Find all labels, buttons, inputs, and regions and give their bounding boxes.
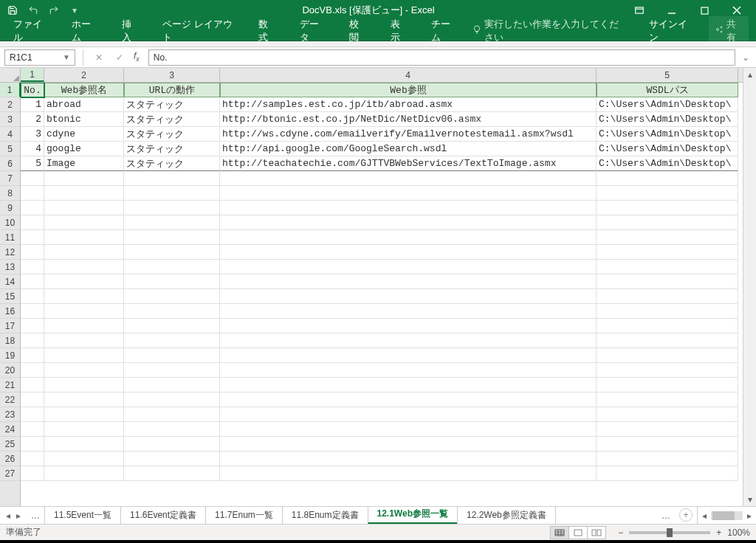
cell[interactable] xyxy=(44,304,124,319)
cell[interactable]: C:\Users\Admin\Desktop\ xyxy=(597,156,738,171)
cell[interactable] xyxy=(44,407,124,422)
cell[interactable] xyxy=(597,452,738,466)
chevron-down-icon[interactable]: ▼ xyxy=(63,53,70,61)
cell[interactable] xyxy=(21,437,44,452)
cell[interactable] xyxy=(21,245,44,260)
row-header[interactable]: 2 xyxy=(0,97,20,112)
cell[interactable] xyxy=(220,363,597,378)
cell[interactable] xyxy=(597,407,738,422)
cell[interactable] xyxy=(21,407,44,422)
cell[interactable] xyxy=(597,260,738,274)
new-sheet-icon[interactable]: + xyxy=(679,508,693,522)
enter-formula-icon[interactable]: ✓ xyxy=(111,49,128,66)
cell[interactable] xyxy=(44,245,124,260)
cell[interactable] xyxy=(44,171,124,186)
horizontal-scrollbar[interactable]: ◂ ▸ xyxy=(697,507,756,524)
row-header[interactable]: 15 xyxy=(0,289,20,304)
cell[interactable]: スタティック xyxy=(124,156,220,171)
cell[interactable] xyxy=(597,422,738,437)
cell[interactable]: http://ws.cdyne.com/emailverify/Emailver… xyxy=(220,127,597,142)
scroll-right-icon[interactable]: ▸ xyxy=(743,511,756,521)
cell[interactable] xyxy=(44,274,124,289)
row-header[interactable]: 18 xyxy=(0,333,20,348)
row-header[interactable]: 25 xyxy=(0,437,20,452)
row-header[interactable]: 9 xyxy=(0,201,20,215)
cell[interactable] xyxy=(597,392,738,407)
cell[interactable] xyxy=(220,215,597,230)
cell[interactable] xyxy=(124,333,220,348)
cell[interactable] xyxy=(21,186,44,201)
cell[interactable] xyxy=(220,348,597,363)
cell[interactable] xyxy=(124,452,220,466)
cell[interactable]: C:\Users\Admin\Desktop\ xyxy=(597,127,738,142)
row-header[interactable]: 11 xyxy=(0,230,20,245)
name-box[interactable]: R1C1 ▼ xyxy=(4,49,75,66)
cell[interactable] xyxy=(597,201,738,215)
sheet-nav-more-left[interactable]: … xyxy=(27,507,44,524)
cell[interactable] xyxy=(597,304,738,319)
cell[interactable] xyxy=(220,274,597,289)
cell[interactable] xyxy=(44,363,124,378)
fx-icon[interactable]: fx xyxy=(134,51,140,63)
cell[interactable] xyxy=(124,245,220,260)
view-pagebreak-icon[interactable] xyxy=(587,526,606,539)
sheet-nav-more-right[interactable]: … xyxy=(657,507,675,524)
cell[interactable] xyxy=(597,171,738,186)
cell[interactable] xyxy=(220,378,597,392)
cell[interactable] xyxy=(44,333,124,348)
scroll-left-icon[interactable]: ◂ xyxy=(698,511,711,521)
cell[interactable]: C:\Users\Admin\Desktop\ xyxy=(597,142,738,156)
cell[interactable] xyxy=(21,378,44,392)
cell[interactable] xyxy=(124,437,220,452)
cell[interactable] xyxy=(124,274,220,289)
cell[interactable] xyxy=(220,319,597,333)
cell[interactable] xyxy=(44,319,124,333)
signin-link[interactable]: サインイン xyxy=(649,18,693,44)
cell[interactable] xyxy=(597,348,738,363)
cell[interactable] xyxy=(220,304,597,319)
cell[interactable] xyxy=(220,422,597,437)
cell[interactable] xyxy=(44,422,124,437)
cell[interactable]: No. xyxy=(21,83,44,97)
cell[interactable] xyxy=(21,171,44,186)
cell[interactable] xyxy=(220,186,597,201)
cell[interactable] xyxy=(220,333,597,348)
cell[interactable] xyxy=(220,392,597,407)
cell[interactable] xyxy=(124,260,220,274)
cell[interactable]: Web参照名 xyxy=(44,83,124,97)
view-pagelayout-icon[interactable] xyxy=(568,526,588,539)
cell[interactable]: http://btonic.est.co.jp/NetDic/NetDicv06… xyxy=(220,112,597,127)
row-header[interactable]: 27 xyxy=(0,466,20,481)
row-header[interactable]: 17 xyxy=(0,319,20,333)
tab-data[interactable]: データ xyxy=(291,15,334,47)
sheet-tab[interactable]: 11.6Event定義書 xyxy=(120,507,206,524)
row-header[interactable]: 22 xyxy=(0,392,20,407)
cell[interactable] xyxy=(597,319,738,333)
sheet-nav-next-icon[interactable]: ▸ xyxy=(15,511,22,521)
cell[interactable] xyxy=(124,407,220,422)
cell[interactable]: 3 xyxy=(21,127,44,142)
cell[interactable] xyxy=(44,378,124,392)
cell[interactable]: スタティック xyxy=(124,127,220,142)
row-header[interactable]: 3 xyxy=(0,112,20,127)
row-header[interactable]: 12 xyxy=(0,245,20,260)
tab-view[interactable]: 表示 xyxy=(382,15,417,47)
cell[interactable] xyxy=(124,215,220,230)
cell[interactable]: Image xyxy=(44,156,124,171)
sheet-tab-active[interactable]: 12.1Web参照一覧 xyxy=(368,507,458,524)
cell[interactable]: C:\Users\Admin\Desktop\ xyxy=(597,112,738,127)
cell[interactable] xyxy=(44,452,124,466)
cell[interactable] xyxy=(44,230,124,245)
cell[interactable] xyxy=(220,407,597,422)
scroll-up-icon[interactable]: ▴ xyxy=(743,68,756,81)
cell[interactable] xyxy=(21,363,44,378)
cell[interactable] xyxy=(220,466,597,481)
tab-insert[interactable]: 挿入 xyxy=(113,15,148,47)
cell[interactable]: 1 xyxy=(21,97,44,112)
cell[interactable] xyxy=(124,422,220,437)
zoom-in-icon[interactable]: + xyxy=(716,528,721,538)
cell[interactable] xyxy=(21,230,44,245)
cell[interactable] xyxy=(44,437,124,452)
sheet-tab[interactable]: 11.8Enum定義書 xyxy=(282,507,368,524)
cell[interactable]: cdyne xyxy=(44,127,124,142)
